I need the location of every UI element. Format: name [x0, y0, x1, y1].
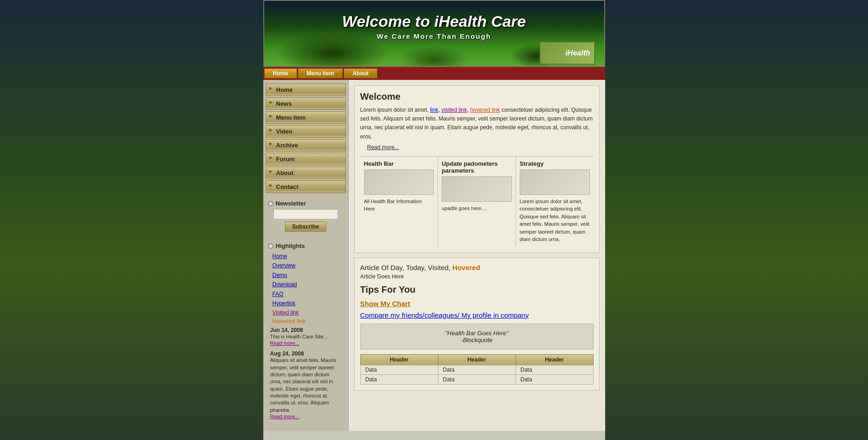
highlight-post-1: Jun 14, 2008 This is Health Care Site...…	[268, 325, 344, 348]
highlight-link-faq[interactable]: FAQ	[273, 289, 344, 299]
header-title: Welcome to iHealth Care	[264, 12, 604, 30]
sidebar-item-video[interactable]: Video	[266, 125, 346, 138]
column-healthbar: Health Bar All Health Bar Information He…	[360, 157, 438, 247]
col-healthbar-image	[364, 169, 434, 195]
welcome-read-more[interactable]: Read more...	[367, 144, 399, 151]
highlight-link-home[interactable]: Home	[273, 252, 344, 261]
subscribe-button[interactable]: Subscribe	[285, 222, 326, 232]
newsletter-label: Newsletter	[268, 200, 344, 207]
nav-item-home[interactable]: Home	[264, 68, 297, 78]
table-cell-2-3: Data	[516, 374, 593, 384]
highlights-text: Highlights	[276, 242, 305, 249]
column-padometers: Update padometers parameters upadte goes…	[438, 157, 516, 247]
table-header-row: Header Header Header	[360, 354, 593, 365]
blockquote-text: "Health Bar Goes Here" -Blockquote	[370, 330, 584, 344]
table-header-1: Header	[360, 354, 438, 365]
col-padometers-image	[442, 176, 512, 202]
link-visited[interactable]: visited link	[442, 107, 467, 113]
sidebar-item-contact[interactable]: Contact	[266, 181, 346, 193]
column-strategy: Strategy Lorem ipsum dolor sit amet, con…	[516, 157, 594, 247]
blockquote-line1: "Health Bar Goes Here"	[370, 330, 584, 337]
article-title-hovered: Hovered	[452, 264, 480, 271]
nav-item-menuitem[interactable]: Menu Item	[298, 68, 343, 78]
highlight-post-1-readmore[interactable]: Read more...	[270, 340, 300, 346]
col-strategy-image	[520, 169, 590, 195]
article-title: Article Of Day, Today, Visited, Hovered	[360, 264, 594, 271]
show-chart-link[interactable]: Show My Chart	[360, 300, 594, 307]
nav-bar: Home Menu Item About	[263, 67, 605, 80]
highlights-radio[interactable]	[268, 243, 273, 249]
highlight-link-download[interactable]: Download	[273, 280, 344, 289]
sidebar-item-menuitem[interactable]: Menu Item	[266, 111, 346, 124]
nav-item-about[interactable]: About	[344, 68, 377, 78]
article-box: Article Of Day, Today, Visited, Hovered …	[354, 258, 600, 391]
highlight-post-1-date: Jun 14, 2008	[270, 327, 341, 333]
table-header-3: Header	[516, 354, 593, 365]
page-background: Welcome to iHealth Care We Care More Tha…	[0, 0, 868, 440]
highlight-post-2-text: Aliquam sit amet felis. Mauris semper, v…	[270, 357, 341, 414]
highlight-post-2-date: Aug 24, 2008	[270, 350, 341, 357]
highlight-link-hovered[interactable]: Hovered link	[273, 318, 306, 325]
header-logo: iHealth	[540, 42, 595, 65]
layout: Home News Menu Item Video Archive Forum …	[263, 80, 605, 431]
welcome-title: Welcome	[360, 91, 594, 102]
sidebar-item-archive[interactable]: Archive	[266, 139, 346, 151]
table-cell-1-2: Data	[438, 365, 516, 374]
sidebar-item-home[interactable]: Home	[266, 84, 346, 96]
blockquote-box: "Health Bar Goes Here" -Blockquote	[360, 324, 594, 350]
col-padometers-text: upadte goes here....	[442, 205, 512, 212]
sidebar: Home News Menu Item Video Archive Forum …	[263, 80, 349, 431]
highlight-link-demo[interactable]: Demo	[273, 271, 344, 280]
blockquote-line2: -Blockquote	[370, 337, 584, 344]
highlights-links: Home Overview Demo Download FAQ Hyperlin…	[268, 252, 344, 325]
newsletter-input[interactable]	[273, 209, 338, 219]
table-cell-2-1: Data	[360, 374, 438, 384]
highlight-link-hyperlink[interactable]: Hyperlink	[273, 299, 344, 308]
header: Welcome to iHealth Care We Care More Tha…	[263, 0, 605, 67]
table-cell-1-3: Data	[516, 365, 593, 374]
table-cell-1-1: Data	[360, 365, 438, 374]
newsletter-section: Newsletter Subscribe	[266, 198, 346, 235]
main-content: Welcome Lorem ipsum dolor sit amet, link…	[349, 80, 605, 431]
table-row: Data Data Data	[360, 374, 593, 384]
col-strategy-text: Lorem ipsum dolor sit amet, consectetuer…	[520, 198, 590, 243]
sidebar-item-forum[interactable]: Forum	[266, 153, 346, 165]
welcome-box: Welcome Lorem ipsum dolor sit amet, link…	[354, 85, 600, 253]
table-header-2: Header	[438, 354, 516, 365]
header-logo-text: iHealth	[565, 49, 590, 57]
three-columns: Health Bar All Health Bar Information He…	[360, 156, 594, 247]
welcome-text: Lorem ipsum dolor sit amet, link, visite…	[360, 106, 594, 141]
col-padometers-title: Update padometers parameters	[442, 160, 512, 174]
highlight-post-2-readmore[interactable]: Read more...	[270, 414, 300, 419]
tips-title: Tips For You	[360, 284, 594, 295]
article-goes-here: Article Goes Here	[360, 273, 594, 280]
col-strategy-title: Strategy	[520, 160, 590, 167]
page-wrapper: Welcome to iHealth Care We Care More Tha…	[263, 0, 605, 440]
article-title-text: Article Of Day, Today, Visited,	[360, 264, 453, 271]
highlight-link-visited[interactable]: Visited link	[273, 308, 344, 317]
highlight-post-1-text: This is Health Care Site...	[270, 333, 341, 340]
table-row: Data Data Data	[360, 365, 593, 374]
compare-link[interactable]: Compare my friends/colleagues/ My profil…	[360, 311, 594, 319]
sidebar-item-about[interactable]: About	[266, 167, 346, 179]
newsletter-radio[interactable]	[268, 201, 273, 206]
col-healthbar-title: Health Bar	[364, 160, 434, 167]
col-healthbar-text: All Health Bar Information Here	[364, 198, 434, 213]
table-cell-2-2: Data	[438, 374, 516, 384]
highlights-section: Highlights Home Overview Demo Download F…	[266, 240, 346, 424]
newsletter-text: Newsletter	[276, 200, 306, 207]
highlight-post-2: Aug 24, 2008 Aliquam sit amet felis. Mau…	[268, 348, 344, 422]
link-normal[interactable]: link	[430, 107, 438, 113]
sidebar-item-news[interactable]: News	[266, 97, 346, 110]
header-subtitle: We Care More Than Enough	[264, 32, 604, 40]
highlight-link-overview[interactable]: Overview	[273, 261, 344, 270]
link-hovered[interactable]: hovered link	[470, 107, 500, 113]
highlights-label: Highlights	[268, 242, 344, 249]
data-table: Header Header Header Data Data Data	[360, 354, 594, 385]
